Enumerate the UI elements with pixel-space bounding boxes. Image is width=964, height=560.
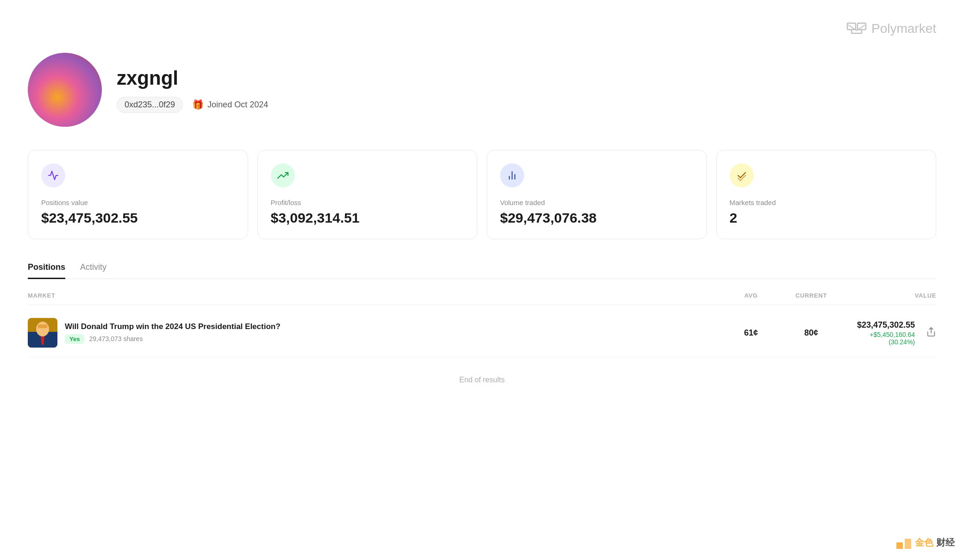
gain-pct: (30.24%) xyxy=(889,338,915,346)
polymarket-logo-icon xyxy=(846,19,867,39)
join-date-text: Joined Oct 2024 xyxy=(207,100,268,110)
tabs: Positions Activity xyxy=(28,262,936,279)
avatar xyxy=(28,53,102,127)
table-header: MARKET AVG CURRENT VALUE xyxy=(28,292,936,305)
col-avg: AVG xyxy=(723,292,779,299)
top-bar: Polymarket xyxy=(28,19,936,39)
volume-icon xyxy=(500,163,524,187)
market-title[interactable]: Will Donald Trump win the 2024 US Presid… xyxy=(65,322,281,331)
stat-card-profit-loss: Profit/loss $3,092,314.51 xyxy=(257,150,478,239)
markets-label: Markets traded xyxy=(730,199,923,206)
volume-amount: $29,473,076.38 xyxy=(500,210,694,226)
watermark-text: 金色 xyxy=(915,536,933,549)
wallet-address[interactable]: 0xd235...0f29 xyxy=(117,97,183,113)
positions-value-amount: $23,475,302.55 xyxy=(41,210,235,226)
markets-icon xyxy=(730,163,754,187)
gift-icon: 🎁 xyxy=(192,99,204,110)
watermark-icon xyxy=(895,534,912,551)
stat-card-positions-value: Positions value $23,475,302.55 xyxy=(28,150,248,239)
end-of-results: End of results xyxy=(28,357,936,393)
profit-loss-icon xyxy=(271,163,295,187)
tab-positions[interactable]: Positions xyxy=(28,262,65,279)
profit-loss-label: Profit/loss xyxy=(271,199,464,206)
positions-value-icon xyxy=(41,163,65,187)
svg-rect-14 xyxy=(896,542,903,549)
current-value: 80¢ xyxy=(779,328,844,338)
profile-section: zxgngl 0xd235...0f29 🎁 Joined Oct 2024 xyxy=(28,53,936,127)
col-value: VALUE xyxy=(844,292,936,299)
svg-rect-11 xyxy=(38,324,47,328)
value-cell: $23,475,302.55 +$5,450,160.64 (30.24%) xyxy=(844,320,915,346)
watermark-text-2: 财经 xyxy=(936,536,955,549)
market-subtitle: Yes 29,473,073 shares xyxy=(65,334,281,344)
table-row: Will Donald Trump win the 2024 US Presid… xyxy=(28,309,936,357)
market-thumbnail xyxy=(28,318,57,348)
stat-card-volume: Volume traded $29,473,076.38 xyxy=(487,150,707,239)
market-info: Will Donald Trump win the 2024 US Presid… xyxy=(28,318,723,348)
share-button[interactable] xyxy=(926,327,936,339)
profile-meta: 0xd235...0f29 🎁 Joined Oct 2024 xyxy=(117,97,268,113)
avg-value: 61¢ xyxy=(723,328,779,338)
stats-grid: Positions value $23,475,302.55 Profit/lo… xyxy=(28,150,936,239)
stat-card-markets: Markets traded 2 xyxy=(716,150,937,239)
svg-point-10 xyxy=(36,322,49,336)
volume-label: Volume traded xyxy=(500,199,694,206)
position-value: $23,475,302.55 xyxy=(857,320,915,330)
polymarket-logo: Polymarket xyxy=(846,19,936,39)
outcome-badge: Yes xyxy=(65,334,84,344)
gain-amount: +$5,450,160.64 xyxy=(870,331,915,338)
profile-username: zxgngl xyxy=(117,67,268,89)
col-current: CURRENT xyxy=(779,292,844,299)
watermark: 金色 财经 xyxy=(895,534,955,551)
logo-label: Polymarket xyxy=(871,21,936,36)
join-date: 🎁 Joined Oct 2024 xyxy=(192,99,268,110)
position-gain: +$5,450,160.64 (30.24%) xyxy=(844,331,915,346)
profile-info: zxgngl 0xd235...0f29 🎁 Joined Oct 2024 xyxy=(117,67,268,113)
market-details: Will Donald Trump win the 2024 US Presid… xyxy=(65,322,281,344)
svg-rect-15 xyxy=(905,539,911,549)
positions-value-label: Positions value xyxy=(41,199,235,206)
shares-count: 29,473,073 shares xyxy=(89,335,143,342)
profit-loss-amount: $3,092,314.51 xyxy=(271,210,464,226)
tab-activity[interactable]: Activity xyxy=(80,262,106,279)
markets-amount: 2 xyxy=(730,210,923,226)
col-market: MARKET xyxy=(28,292,723,299)
